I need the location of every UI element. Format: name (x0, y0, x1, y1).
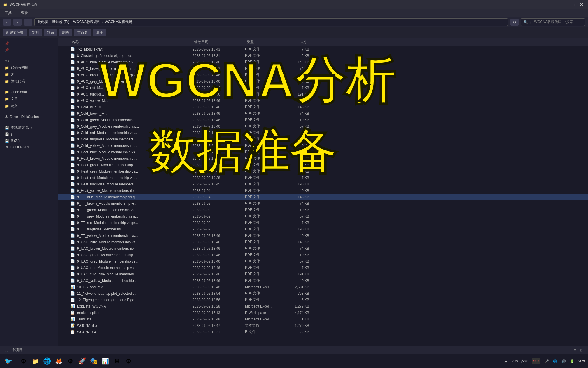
file-row[interactable]: 📄 9_Cold_blue_M... 2023-09-02 18:46 PDF … (58, 104, 588, 110)
taskbar-icon-earth[interactable]: 🌐 (42, 356, 52, 367)
sidebar-item-codedraft[interactable]: 📁 代码写初稿 (0, 64, 58, 71)
file-row[interactable]: 📄 11_Network heatmap plot_selected ... 2… (58, 290, 588, 297)
window-close[interactable]: ✕ (578, 2, 585, 7)
col-header-name[interactable]: 名称 (70, 39, 192, 44)
search-box[interactable]: 🔍 在 WGCNA教程代码 中搜索 (521, 18, 585, 26)
keyboard-icon[interactable]: S中 (532, 358, 540, 364)
file-row[interactable]: 📄 9_Cold_grey_Module membership vs.... 2… (58, 123, 588, 130)
file-row[interactable]: 📄 9_Cold_turquoise_Module members... 202… (58, 136, 588, 143)
file-row[interactable]: 📄 9_TT_grey_Module membership vs g... 20… (58, 213, 588, 220)
file-row[interactable]: 📄 9_Cold_red_Module membership vs ... 20… (58, 130, 588, 136)
start-icon[interactable]: 🐦 (3, 356, 13, 367)
file-row[interactable]: 📄 9_UAO_brown_Module membership ... 2023… (58, 245, 588, 252)
toolbar-rename[interactable]: 重命名 (74, 29, 91, 36)
view-list-icon[interactable]: ≡ (573, 348, 577, 352)
file-row[interactable]: 📄 9_Heat_red_Module membership vs ... 20… (58, 175, 588, 181)
file-icon: 📄 (70, 188, 75, 193)
col-header-size[interactable]: 大小 (286, 39, 309, 44)
file-row[interactable]: 📊 10_GS_and_MM 2023-09-02 18:48 Microsof… (58, 284, 588, 290)
file-row[interactable]: 📄 9_UAO_grey_Module membership vs... 202… (58, 258, 588, 265)
sidebar-item-personal[interactable]: 📁 - Personal (0, 89, 58, 95)
taskbar-icon-monitor[interactable]: 🖥 (112, 356, 122, 367)
toolbar-paste[interactable]: 粘贴 (44, 29, 57, 36)
sidebar-item-p8olnkf9[interactable]: 🖥 P-8OLNKF9 (0, 144, 58, 150)
toolbar-delete[interactable]: 删除 (59, 29, 72, 36)
sidebar-item-s-drive[interactable]: 💾 S (Z:) (0, 138, 58, 144)
taskbar-icon-excel[interactable]: 📊 (100, 356, 111, 367)
sidebar-item-paper[interactable]: 📁 论文 (0, 103, 58, 110)
toolbar-new-folder[interactable]: 新建文件夹 (3, 29, 27, 36)
file-row[interactable]: 📄 9_AUC_yellow_M... 2023-09-02 18:46 PDF… (58, 98, 588, 104)
file-row[interactable]: 📄 7-2_Module-trait 2023-09-02 18:43 PDF … (58, 46, 588, 53)
sidebar-item-paren[interactable]: 💾 ) (0, 131, 58, 138)
breadcrumb[interactable]: 此电脑 › 新加卷 (F:) › WGCNA教程资料 › WGCNA教程代码 (34, 18, 508, 26)
file-row[interactable]: 📄 9_Heat_turquoise_Module members... 202… (58, 181, 588, 188)
file-row[interactable]: 📄 12_Eigengene dendrogram and Eige... 20… (58, 297, 588, 303)
file-row[interactable]: 📄 9_UAO_blue_Module membership vs... 202… (58, 239, 588, 245)
battery-icon[interactable]: 🔋 (570, 359, 574, 363)
taskbar-icon-settings[interactable]: ⚙ (65, 356, 76, 367)
file-row[interactable]: 📄 9_Cold_yellow_Module membership ... 20… (58, 143, 588, 149)
col-header-type[interactable]: 类型 (245, 39, 286, 44)
file-size: 40 KB (286, 99, 309, 103)
file-row[interactable]: 📋 module_splitted 2023-09-02 17:13 R Wor… (58, 310, 588, 316)
refresh-button[interactable]: ↻ (510, 19, 519, 26)
view-grid-icon[interactable]: ⊞ (578, 348, 583, 352)
file-icon: 📄 (70, 297, 75, 303)
file-row[interactable]: 📄 9_Heat_blue_Module membership vs... 20… (58, 149, 588, 155)
file-row[interactable]: 📄 9_AUC_red_M... 2023-09-02 18:46 PDF 文件… (58, 85, 588, 91)
file-row[interactable]: 📄 9_TT_brown_Module membership vs... 202… (58, 200, 588, 207)
file-row[interactable]: 📊 TraitData 2023-09-02 15:48 Microsoft E… (58, 316, 588, 322)
file-row[interactable]: 📄 9_Cold_brown_M... 2023-09-02 18:46 PDF… (58, 110, 588, 117)
sidebar-item-tutcode[interactable]: 📁 教程代码 (0, 78, 58, 85)
window-maximize[interactable]: □ (570, 2, 576, 7)
file-row[interactable]: 📄 9_AUC_green_Module membership v... 202… (58, 72, 588, 78)
file-row[interactable]: 📄 9_UAO_red_Module membership vs ... 202… (58, 265, 588, 271)
mic-icon[interactable]: 🎤 (545, 359, 549, 363)
network-tray-icon[interactable]: 🌐 (553, 359, 557, 363)
file-row[interactable]: 📄 9_TT_turquoise_Membershii... 2023-09-0… (58, 226, 588, 232)
toolbar-copy[interactable]: 复制 (29, 29, 42, 36)
nav-back-button[interactable]: ‹ (3, 19, 11, 26)
file-row[interactable]: 📝 WGCNA.filter 2023-09-02 17:47 文本文档 1,2… (58, 322, 588, 329)
sidebar-item-article[interactable]: 📁 文章 (0, 95, 58, 103)
file-row[interactable]: 📄 9_TT_green_Module membership vs ... 20… (58, 207, 588, 213)
file-row[interactable]: 📄 9_AUC_brown_Module membership ... 2023… (58, 65, 588, 72)
taskbar-icon-explorer[interactable]: 📁 (30, 356, 41, 367)
file-row[interactable]: 📄 9_UAO_green_Module membership ... 2023… (58, 252, 588, 258)
file-row[interactable]: 📄 9_TT_blue_Module membership vs g... 20… (58, 194, 588, 200)
file-row[interactable]: 📄 9_Heat_yellow_Module membership ... 20… (58, 188, 588, 194)
file-row[interactable]: 📄 9_TT_red_Module membership vs ge... 20… (58, 220, 588, 226)
file-row[interactable]: 📄 9_AUC_grey_Module members... 2023-09-0… (58, 78, 588, 85)
file-row[interactable]: 📄 9_UAO_yellow_Module membership ... 202… (58, 277, 588, 284)
sidebar-item-04[interactable]: 📁 04 (0, 71, 58, 78)
file-row[interactable]: 📄 9_Heat_brown_Module membership ... 202… (58, 155, 588, 162)
taskbar-icon-firefox[interactable]: 🦊 (53, 356, 64, 367)
sidebar-item-diskstation[interactable]: 🖧 Drive - DiskStation (0, 114, 58, 120)
sidebar-item-c-drive[interactable]: 💾 本地磁盘 (C:) (0, 124, 58, 131)
menu-item-view[interactable]: 查看 (19, 10, 30, 16)
taskbar-icon-files[interactable]: ⚙ (18, 356, 29, 367)
file-row[interactable]: 📄 9_Heat_grey_Module membership vs... 20… (58, 168, 588, 175)
volume-icon[interactable]: 🔊 (561, 359, 566, 363)
file-row[interactable]: 📄 8_Clustering of module eigengenes 2023… (58, 53, 588, 59)
file-row[interactable]: 📋 WGCNA_04 2023-09-02 19:21 R 文件 22 KB (58, 329, 588, 335)
file-size: 40 KB (286, 189, 309, 193)
nav-forward-button[interactable]: › (13, 19, 22, 26)
file-row[interactable]: 📄 9_Heat_green_Module membership ... 202… (58, 162, 588, 168)
file-row[interactable]: 📄 9_TT_yellow_Module membership vs... 20… (58, 232, 588, 239)
file-row[interactable]: 📄 9_UAO_turquoise_Module members... 2023… (58, 271, 588, 277)
taskbar-icon-rocket[interactable]: 🚀 (77, 356, 87, 367)
file-row[interactable]: 📊 ExpData_WGCNA 2023-09-02 15:28 Microso… (58, 303, 588, 310)
menu-item-tools[interactable]: 工具 (3, 10, 13, 16)
sidebar-label-article: 文章 (11, 96, 18, 101)
taskbar-icon-tool[interactable]: ⚙ (123, 356, 134, 367)
taskbar-icon-theater[interactable]: 🎭 (88, 356, 99, 367)
window-minimize[interactable]: — (560, 2, 568, 7)
file-row[interactable]: 📄 9_AUC_turquoi... 2023-09-02 18:46 PDF … (58, 91, 588, 98)
file-row[interactable]: 📄 9_Cold_green_Module membership ... 202… (58, 117, 588, 123)
toolbar-properties[interactable]: 属性 (93, 29, 106, 36)
col-header-date[interactable]: 修改日期 (192, 39, 245, 44)
nav-up-button[interactable]: ↑ (24, 19, 32, 26)
file-row[interactable]: 📄 9_AUC_blue_Module membership v... 2023… (58, 59, 588, 65)
